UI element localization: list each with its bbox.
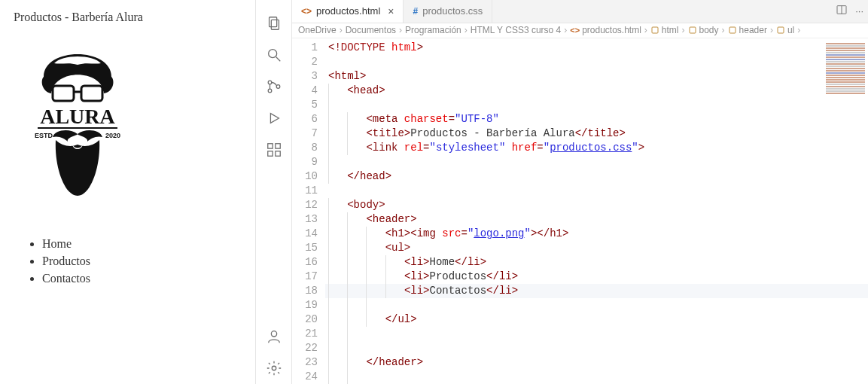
code-line[interactable] — [325, 184, 868, 198]
page-title: Productos - Barbería Alura — [14, 11, 242, 24]
line-number: 14 — [292, 227, 318, 241]
svg-rect-1 — [81, 86, 102, 101]
code-line[interactable]: <link rel="stylesheet" href="productos.c… — [325, 141, 868, 155]
search-icon[interactable] — [264, 45, 284, 65]
code-line[interactable]: <li>Home</li> — [325, 255, 868, 270]
code-line[interactable]: <li>Contactos</li> — [325, 284, 868, 298]
nav-item: Home — [42, 235, 242, 252]
line-number: 21 — [292, 327, 318, 341]
breadcrumb-item[interactable]: OneDrive — [298, 25, 337, 35]
line-number: 10 — [292, 169, 318, 184]
code-line[interactable]: <h1><img src="logo.png"></h1> — [325, 227, 868, 241]
breadcrumb-item[interactable]: Documentos — [346, 25, 396, 35]
settings-icon[interactable] — [264, 358, 284, 378]
code-content[interactable]: <!DOCTYPE html><html> <head> <meta chars… — [325, 38, 868, 384]
svg-rect-17 — [275, 144, 279, 148]
code-line[interactable]: <head> — [325, 84, 868, 98]
code-line[interactable]: <title>Productos - Barbería Alura</title… — [325, 126, 868, 141]
explorer-icon[interactable] — [264, 14, 284, 33]
tag-icon — [776, 26, 785, 35]
svg-point-19 — [272, 366, 276, 370]
breadcrumb-item[interactable]: <>productos.html — [570, 25, 641, 35]
svg-rect-23 — [690, 27, 696, 33]
line-number: 13 — [292, 212, 318, 227]
line-number: 19 — [292, 298, 318, 312]
code-line[interactable] — [325, 55, 868, 69]
breadcrumb-item[interactable]: html — [650, 25, 679, 35]
code-line[interactable]: <header> — [325, 212, 868, 227]
css-file-icon: # — [413, 6, 418, 17]
code-line[interactable]: <body> — [325, 198, 868, 212]
code-line[interactable] — [325, 298, 868, 312]
preview-nav: Home Productos Contactos — [14, 235, 242, 288]
code-line[interactable] — [325, 327, 868, 341]
debug-icon[interactable] — [264, 108, 284, 128]
split-editor-icon[interactable] — [836, 4, 848, 18]
svg-point-18 — [271, 331, 276, 337]
logo-text-right: 2020 — [105, 132, 120, 139]
line-number: 20 — [292, 312, 318, 327]
more-icon[interactable]: ··· — [855, 5, 863, 17]
svg-rect-15 — [267, 151, 272, 156]
svg-rect-7 — [271, 20, 279, 29]
breadcrumb-item[interactable]: header — [728, 25, 767, 35]
breadcrumb-label: Programación — [405, 25, 461, 35]
code-line[interactable]: </header> — [325, 355, 868, 370]
breadcrumb-label: html — [662, 25, 679, 35]
line-number: 6 — [292, 112, 318, 126]
breadcrumb[interactable]: OneDrive›Documentos›Programación›HTML Y … — [292, 23, 868, 38]
tab-actions: ··· — [831, 0, 868, 23]
breadcrumb-item[interactable]: body — [688, 25, 719, 35]
breadcrumb-item[interactable]: Programación — [405, 25, 461, 35]
tag-icon — [688, 26, 697, 35]
code-line[interactable]: </head> — [325, 169, 868, 184]
nav-item: Contactos — [42, 270, 242, 287]
line-number: 9 — [292, 155, 318, 169]
tab-bar: <> productos.html × # productos.css ··· — [292, 0, 868, 23]
logo-text-top: ALURA — [40, 105, 115, 128]
code-area[interactable]: 123456789101112131415161718192021222324 … — [292, 38, 868, 384]
breadcrumb-item[interactable]: ul — [776, 25, 794, 35]
line-number: 2 — [292, 55, 318, 69]
tab-productos-html[interactable]: <> productos.html × — [292, 0, 404, 23]
breadcrumb-item[interactable]: HTML Y CSS3 curso 4 — [471, 25, 562, 35]
tag-icon — [650, 26, 659, 35]
preview-panel: Productos - Barbería Alura ALURA ESTD 20… — [0, 0, 256, 384]
svg-rect-25 — [778, 27, 784, 33]
code-line[interactable]: <html> — [325, 69, 868, 84]
logo-text-left: ESTD — [35, 132, 53, 139]
extensions-icon[interactable] — [264, 140, 284, 160]
breadcrumb-label: body — [699, 25, 719, 35]
line-number: 15 — [292, 241, 318, 255]
tab-productos-css[interactable]: # productos.css — [404, 0, 492, 23]
account-icon[interactable] — [264, 327, 284, 346]
svg-point-10 — [268, 81, 272, 84]
svg-marker-13 — [270, 114, 279, 123]
code-line[interactable]: </ul> — [325, 312, 868, 327]
close-icon[interactable]: × — [388, 5, 394, 17]
svg-rect-22 — [652, 27, 658, 33]
code-line[interactable]: <ul> — [325, 241, 868, 255]
line-number: 4 — [292, 84, 318, 98]
line-number: 5 — [292, 98, 318, 112]
svg-line-9 — [276, 57, 280, 62]
source-control-icon[interactable] — [264, 77, 284, 96]
line-number: 11 — [292, 184, 318, 198]
svg-point-11 — [268, 89, 272, 93]
code-line[interactable] — [325, 370, 868, 384]
code-line[interactable] — [325, 341, 868, 355]
line-number: 18 — [292, 284, 318, 298]
line-number: 24 — [292, 370, 318, 384]
code-line[interactable]: <meta charset="UTF-8" — [325, 112, 868, 126]
code-line[interactable]: <!DOCTYPE html> — [325, 41, 868, 55]
html-file-icon: <> — [570, 26, 580, 35]
code-line[interactable] — [325, 98, 868, 112]
line-number: 17 — [292, 270, 318, 284]
code-line[interactable]: <li>Productos</li> — [325, 270, 868, 284]
line-number: 8 — [292, 141, 318, 155]
line-number: 1 — [292, 41, 318, 55]
svg-point-8 — [268, 50, 276, 58]
line-gutter: 123456789101112131415161718192021222324 — [292, 38, 325, 384]
code-line[interactable] — [325, 155, 868, 169]
tag-icon — [728, 26, 737, 35]
